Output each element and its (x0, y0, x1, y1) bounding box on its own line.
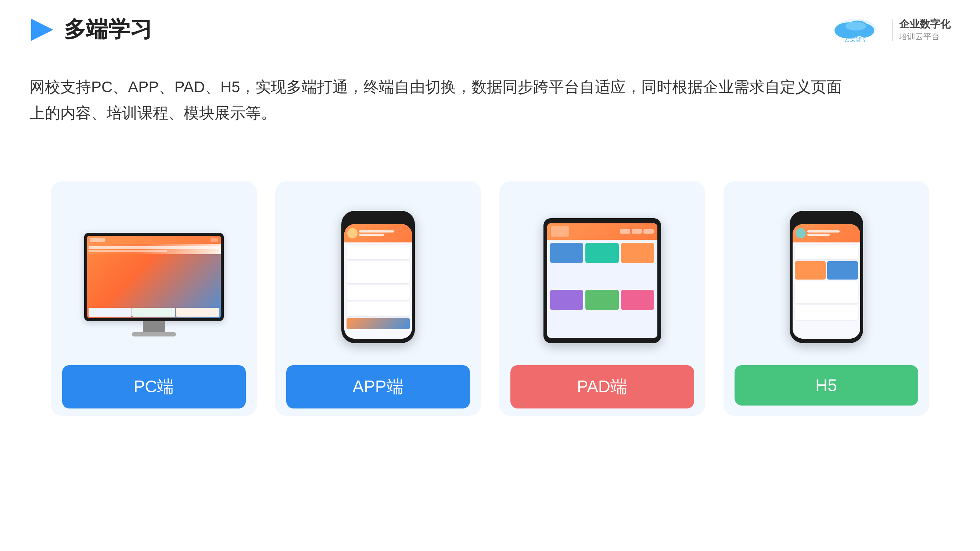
h5-image-area (735, 203, 918, 343)
pad-card: PAD端 (500, 181, 705, 416)
svg-marker-0 (31, 19, 53, 41)
pad-image-area (511, 203, 694, 343)
logo-tagline1: 企业数字化 (899, 17, 951, 31)
page-header: 多端学习 云朵课堂 企业数字化 培训云平台 (0, 0, 980, 44)
pc-label-button[interactable]: PC端 (62, 365, 246, 408)
pad-tablet-mockup (544, 218, 661, 343)
pc-card: PC端 (51, 181, 257, 416)
app-phone-mockup (341, 211, 415, 343)
svg-text:云朵课堂: 云朵课堂 (844, 37, 867, 43)
cloud-logo-icon: 云朵课堂 (826, 15, 885, 44)
app-card: APP端 (275, 181, 481, 416)
h5-phone-mockup (790, 211, 863, 343)
pad-label-button[interactable]: PAD端 (511, 365, 694, 408)
header-logo-left: 多端学习 (29, 15, 152, 44)
logo-divider (892, 19, 892, 41)
description-line1: 网校支持PC、APP、PAD、H5，实现多端打通，终端自由切换，数据同步跨平台自… (29, 74, 951, 100)
app-label-button[interactable]: APP端 (286, 365, 470, 408)
logo-tagline2: 培训云平台 (899, 31, 940, 42)
play-icon (29, 17, 55, 43)
description-block: 网校支持PC、APP、PAD、H5，实现多端打通，终端自由切换，数据同步跨平台自… (0, 44, 980, 126)
app-image-area (286, 203, 470, 343)
description-line2: 上的内容、培训课程、模块展示等。 (29, 100, 951, 126)
svg-point-5 (845, 22, 866, 30)
logo-text-block: 企业数字化 培训云平台 (899, 17, 951, 42)
page-title: 多端学习 (64, 15, 152, 44)
h5-label-button[interactable]: H5 (735, 365, 918, 405)
pc-image-area (62, 203, 246, 343)
device-cards-section: PC端 (0, 137, 980, 416)
pc-monitor-mockup (84, 233, 224, 343)
h5-card: H5 (724, 181, 929, 416)
header-logo-right: 云朵课堂 企业数字化 培训云平台 (826, 15, 951, 44)
